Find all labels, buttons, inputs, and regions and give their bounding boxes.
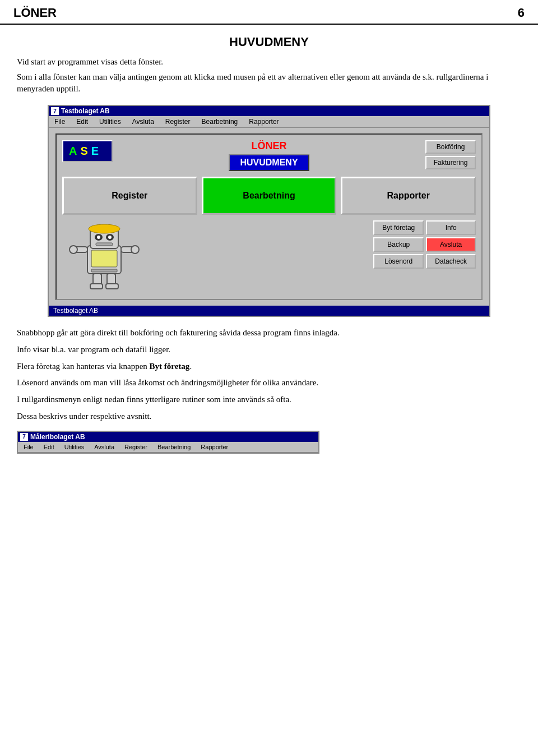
window-menubar-1[interactable]: File Edit Utilities Avsluta Register Bea…	[49, 116, 489, 128]
menu-register-1[interactable]: Register	[163, 117, 193, 126]
body-p5-text: Flera företag kan hanteras via knappen	[17, 362, 150, 371]
robot-image	[62, 220, 146, 293]
bottom-row: Byt företag Info Backup Avsluta Lösenord…	[62, 220, 476, 293]
window-icon-2: 7	[20, 433, 28, 441]
register-button[interactable]: Register	[62, 177, 197, 215]
body-p5: Flera företag kan hanteras via knappen B…	[17, 361, 521, 373]
menu-avsluta-2[interactable]: Avsluta	[92, 443, 117, 451]
menu-rapporter-2[interactable]: Rapporter	[198, 443, 230, 451]
body-p4: Info visar bl.a. var program och datafil…	[17, 344, 521, 356]
section-heading: HUVUDMENY	[17, 35, 521, 49]
main-content: HUVUDMENY Vid start av programmet visas …	[0, 30, 538, 459]
window-title-1: Testbolaget AB	[61, 107, 110, 115]
svg-point-4	[97, 236, 100, 239]
inner-area-1: A S E LÖNER HUVUDMENY Bokföring Fakturer…	[55, 133, 483, 300]
body-p3: Snabbhopp går att göra direkt till bokfö…	[17, 327, 521, 339]
fakturering-button[interactable]: Fakturering	[425, 156, 476, 169]
menu-rapporter-1[interactable]: Rapporter	[247, 117, 281, 126]
ase-e: E	[91, 145, 100, 158]
menu-edit-2[interactable]: Edit	[41, 443, 57, 451]
window-statusbar-1: Testbolaget AB	[49, 306, 489, 316]
window-titlebar-1: 7 Testbolaget AB	[49, 106, 489, 116]
svg-point-5	[108, 236, 112, 239]
page-number: 6	[518, 6, 525, 20]
page-title: LÖNER	[13, 6, 57, 20]
right-buttons: Bokföring Fakturering	[425, 140, 476, 169]
losenord-button[interactable]: Lösenord	[373, 254, 424, 269]
svg-rect-7	[91, 250, 117, 267]
menu-bearbetning-1[interactable]: Bearbetning	[200, 117, 240, 126]
body-p5-bold: Byt företag	[150, 362, 190, 371]
avsluta-button[interactable]: Avsluta	[426, 237, 476, 252]
svg-rect-6	[96, 243, 113, 246]
page-header: LÖNER 6	[0, 0, 538, 25]
svg-rect-8	[91, 269, 117, 272]
bokforing-button[interactable]: Bokföring	[425, 140, 476, 154]
svg-point-17	[89, 224, 120, 233]
body-p8: Dessa beskrivs under respektive avsnitt.	[17, 411, 521, 423]
svg-rect-15	[90, 284, 103, 289]
menu-avsluta-1[interactable]: Avsluta	[130, 117, 156, 126]
top-row: A S E LÖNER HUVUDMENY Bokföring Fakturer…	[62, 140, 476, 171]
ase-s: S	[80, 145, 89, 158]
ase-logo: A S E	[62, 140, 113, 162]
main-buttons-row: Register Bearbetning Rapporter	[62, 177, 476, 215]
svg-point-12	[131, 246, 139, 253]
action-buttons-grid: Byt företag Info Backup Avsluta Lösenord…	[373, 220, 476, 269]
window-menubar-2[interactable]: File Edit Utilities Avsluta Register Bea…	[18, 442, 318, 453]
datacheck-button[interactable]: Datacheck	[426, 254, 476, 269]
menu-utilities-1[interactable]: Utilities	[97, 117, 123, 126]
window-title-2: Måleribolaget AB	[30, 433, 85, 441]
window-icon-1: 7	[51, 107, 59, 115]
loner-title: LÖNER	[252, 140, 287, 152]
huvudmeny-button[interactable]: HUVUDMENY	[229, 154, 309, 171]
ase-a: A	[69, 145, 78, 158]
window-screenshot-1: 7 Testbolaget AB File Edit Utilities Avs…	[48, 105, 490, 317]
menu-file-2[interactable]: File	[21, 443, 36, 451]
backup-button[interactable]: Backup	[373, 237, 424, 252]
window-titlebar-2: 7 Måleribolaget AB	[18, 432, 318, 442]
info-button[interactable]: Info	[426, 220, 476, 235]
window-screenshot-2: 7 Måleribolaget AB File Edit Utilities A…	[17, 431, 319, 454]
bearbetning-button[interactable]: Bearbetning	[202, 177, 337, 215]
body-p6: Lösenord används om man vill låsa åtkoms…	[17, 377, 521, 389]
svg-rect-16	[106, 284, 118, 289]
intro-p1: Vid start av programmet visas detta föns…	[17, 56, 521, 68]
menu-utilities-2[interactable]: Utilities	[62, 443, 86, 451]
menu-register-2[interactable]: Register	[122, 443, 150, 451]
intro-p2: Som i alla fönster kan man välja antinge…	[17, 71, 521, 95]
center-labels: LÖNER HUVUDMENY	[117, 140, 421, 171]
menu-file-1[interactable]: File	[52, 117, 67, 126]
menu-edit-1[interactable]: Edit	[74, 117, 90, 126]
byt-foretag-button[interactable]: Byt företag	[373, 220, 424, 235]
rapporter-button[interactable]: Rapporter	[341, 177, 476, 215]
body-p7: I rullgardinsmenyn enligt nedan finns yt…	[17, 394, 521, 406]
window-body-1: A S E LÖNER HUVUDMENY Bokföring Fakturer…	[49, 128, 489, 306]
body-p5-end: .	[189, 362, 192, 371]
svg-point-11	[69, 246, 77, 253]
menu-bearbetning-2[interactable]: Bearbetning	[155, 443, 193, 451]
